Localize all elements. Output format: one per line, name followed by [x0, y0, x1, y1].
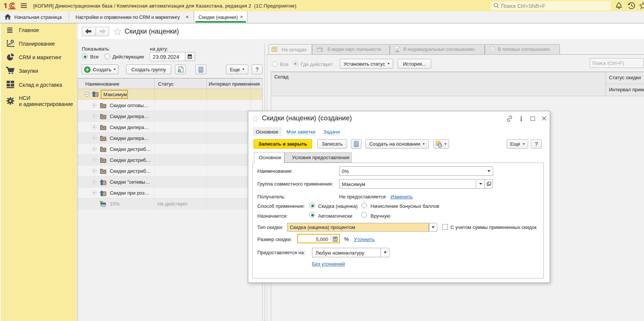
svg-text:₽: ₽ [11, 40, 13, 43]
